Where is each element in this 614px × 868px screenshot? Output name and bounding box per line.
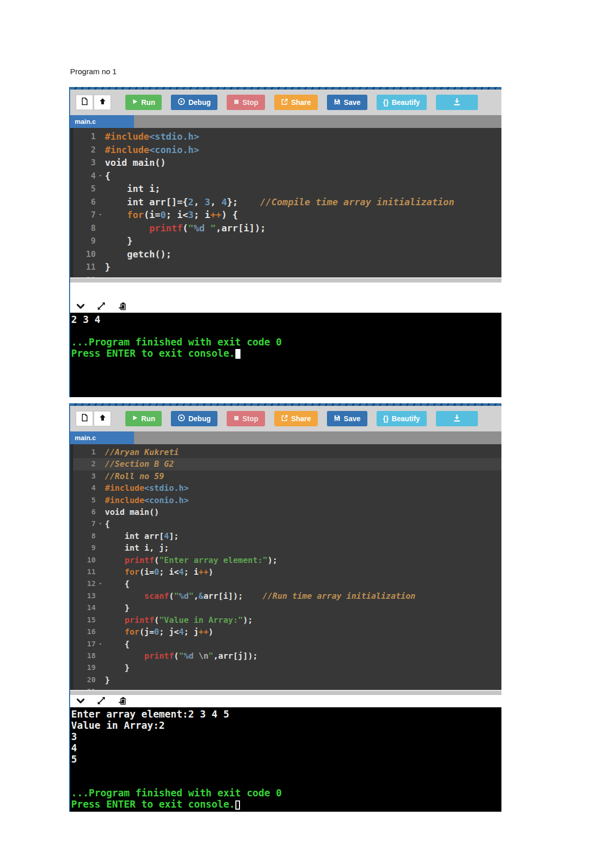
fold-arrow-icon[interactable]: ▾: [96, 518, 105, 530]
code-text: }: [105, 261, 501, 274]
expand-icon: [97, 697, 105, 707]
code-line: 7▾{: [73, 518, 501, 530]
upload-button[interactable]: [94, 95, 111, 110]
beautify-button[interactable]: {} Beautify: [377, 95, 427, 110]
code-text: for(i=0; i<3; i++) {: [105, 208, 501, 222]
line-number: 6: [73, 196, 96, 209]
code-line: 6void main(): [73, 506, 501, 518]
chevron-down-icon: [76, 697, 85, 706]
line-number: 8: [73, 222, 96, 235]
beautify-button[interactable]: {} Beautify: [377, 411, 427, 426]
fold-gutter: [96, 470, 105, 482]
code-text: }: [105, 234, 501, 248]
expand-console-button[interactable]: [96, 302, 106, 312]
new-file-button[interactable]: [76, 95, 93, 110]
code-line: 8 int arr[4];: [73, 530, 501, 542]
code-line: 11 for(i=0; i<4; i++): [73, 566, 501, 578]
new-file-button[interactable]: [76, 411, 93, 426]
code-line: 3//Roll no 59: [73, 470, 501, 482]
code-line: 1#include<stdio.h>: [73, 130, 501, 143]
fold-gutter: [96, 494, 105, 506]
code-line: 11}: [73, 261, 501, 274]
code-text: printf("Enter array element:");: [105, 554, 501, 566]
page-title: Program no 1: [70, 67, 117, 76]
stop-button[interactable]: Stop: [227, 411, 265, 426]
terminal-output-1[interactable]: 2 3 4...Program finished with exit code …: [70, 313, 501, 397]
fold-gutter: [96, 248, 105, 261]
console-line: [71, 765, 501, 776]
save-button[interactable]: Save: [327, 95, 367, 110]
debug-button[interactable]: Debug: [171, 95, 217, 110]
line-number: 2: [73, 458, 96, 470]
braces-icon: {}: [383, 415, 389, 423]
download-button[interactable]: [436, 411, 478, 426]
fold-gutter: [96, 274, 105, 278]
code-editor-1[interactable]: 1#include<stdio.h>2#include<conio.h>3voi…: [70, 128, 501, 277]
expand-console-button[interactable]: [96, 697, 106, 706]
code-text: }: [105, 602, 501, 614]
code-text: #include<conio.h>: [105, 494, 501, 506]
console-resize-handle[interactable]: [70, 690, 501, 695]
debug-button[interactable]: Debug: [171, 411, 217, 426]
code-line: 15 printf("Value in Array:");: [73, 614, 501, 626]
code-text: {: [105, 578, 501, 590]
fold-gutter: [96, 590, 105, 602]
code-text: void main(): [105, 156, 501, 169]
run-button[interactable]: Run: [125, 411, 162, 426]
fold-gutter: [96, 614, 105, 626]
upload-icon: [99, 98, 106, 107]
fold-gutter: [96, 130, 105, 143]
code-text: }: [105, 674, 501, 686]
fold-arrow-icon[interactable]: ▾: [96, 169, 105, 183]
clipboard-paste-icon: [118, 302, 126, 313]
download-button[interactable]: [436, 95, 478, 110]
line-number: 11: [73, 566, 96, 578]
tab-main-c[interactable]: main.c: [70, 115, 134, 128]
code-text: //Aryan Kukreti: [105, 446, 501, 458]
console-line: ...Program finished with exit code 0: [71, 787, 501, 798]
fold-gutter: [96, 143, 105, 157]
collapse-console-button[interactable]: [75, 302, 85, 312]
code-line: 5#include<conio.h>: [73, 494, 501, 506]
terminal-output-2[interactable]: Enter array element:2 3 4 5Value in Arra…: [70, 707, 501, 812]
line-number: 10: [73, 248, 96, 261]
fold-arrow-icon[interactable]: ▾: [96, 638, 105, 650]
code-line: 9 }: [73, 234, 501, 248]
fold-arrow-icon[interactable]: ▾: [96, 578, 105, 590]
tab-bar: main.c: [70, 431, 501, 444]
share-button[interactable]: Share: [274, 95, 318, 110]
fold-gutter: [96, 222, 105, 235]
copy-output-button[interactable]: [117, 697, 127, 706]
stop-button[interactable]: Stop: [227, 95, 265, 110]
debug-circle-play-icon: [178, 414, 185, 423]
fold-gutter: [96, 602, 105, 614]
save-button[interactable]: Save: [327, 411, 367, 426]
code-text: scanf("%d",&arr[i]); //Run time array in…: [105, 590, 501, 602]
code-line: 1//Aryan Kukreti: [73, 446, 501, 458]
fold-gutter: [96, 182, 105, 196]
upload-icon: [99, 414, 106, 424]
collapse-console-button[interactable]: [75, 697, 85, 706]
fold-arrow-icon[interactable]: ▾: [96, 208, 105, 222]
upload-button[interactable]: [94, 411, 111, 426]
console-resize-handle[interactable]: [70, 277, 501, 283]
share-button[interactable]: Share: [274, 411, 318, 426]
code-line: 18 printf("%d \n",arr[j]);: [73, 650, 501, 662]
code-line: 13 scanf("%d",&arr[i]); //Run time array…: [73, 590, 501, 602]
code-editor-2[interactable]: 1//Aryan Kukreti2//Section B G23//Roll n…: [70, 444, 501, 690]
terminal-cursor: [235, 349, 240, 359]
stop-square-icon: [233, 415, 239, 423]
line-number: 12: [73, 274, 96, 278]
line-number: 14: [73, 602, 96, 614]
code-line: 2//Section B G2: [73, 458, 501, 470]
console-line: Press ENTER to exit console.: [71, 798, 501, 810]
console-line: Press ENTER to exit console.: [71, 348, 501, 359]
fold-gutter: [96, 650, 105, 662]
code-text: [105, 686, 501, 690]
tab-main-c[interactable]: main.c: [70, 431, 134, 444]
copy-output-button[interactable]: [117, 302, 127, 312]
fold-gutter: [96, 674, 105, 686]
run-button[interactable]: Run: [125, 95, 162, 110]
console-line: Value in Array:2: [71, 720, 501, 731]
line-number: 13: [73, 590, 96, 602]
